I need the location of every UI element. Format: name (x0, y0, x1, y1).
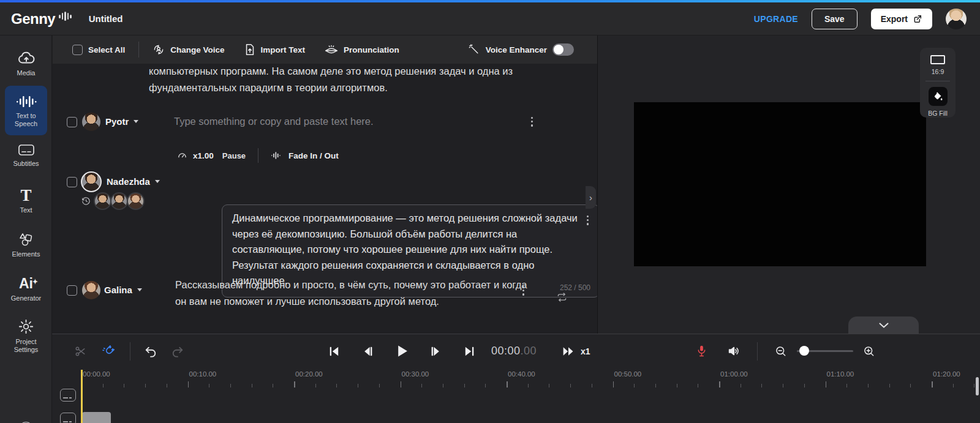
timeline-ruler[interactable]: 00:00.0000:10.0000:20.0000:30.0000:40.00… (52, 368, 980, 389)
voice-avatar-nadezhda[interactable] (82, 173, 100, 191)
pause-control[interactable]: Pause (222, 151, 246, 160)
timeline-scrollbar[interactable] (976, 377, 979, 395)
play-button[interactable] (396, 345, 409, 357)
sidebar-item-text-to-speech[interactable]: Text to Speech (5, 86, 47, 135)
magic-wand-icon (468, 43, 480, 56)
cut-icon[interactable] (74, 345, 86, 357)
change-voice-button[interactable]: Change Voice (153, 43, 224, 56)
pronunciation-button[interactable]: Pronunciation (325, 43, 399, 56)
playhead[interactable] (81, 370, 83, 423)
project-title[interactable]: Untitled (89, 13, 123, 24)
speaker-selector-galina[interactable]: Galina (104, 285, 142, 295)
sidebar-label: Subtitles (13, 160, 39, 168)
fast-forward-icon[interactable] (562, 346, 575, 356)
timeline-label-segment: 00:20.00 (294, 368, 401, 389)
zoom-out-icon[interactable] (775, 345, 787, 357)
change-voice-label: Change Voice (170, 45, 224, 54)
timeline-time-label: 00:10.00 (189, 370, 217, 378)
audio-track-icon[interactable] (60, 413, 76, 423)
select-all[interactable]: Select All (72, 45, 125, 55)
block-menu-galina[interactable] (521, 284, 526, 298)
panel-expand-tab[interactable]: › (586, 186, 596, 209)
regenerate-icon-galina[interactable] (556, 292, 597, 302)
left-sidebar: Media Text to Speech Subtitles T Text El… (0, 36, 52, 423)
export-button[interactable]: Export (871, 9, 932, 29)
app-logo: Genny (11, 10, 72, 28)
fade-control[interactable]: Fade In / Out (271, 151, 339, 160)
sidebar-label: Text to Speech (6, 112, 46, 128)
chevron-down-icon (879, 323, 889, 328)
import-text-button[interactable]: Import Text (244, 43, 306, 56)
waveform-icon (16, 94, 37, 109)
ai-icon: Ai✦ (19, 275, 33, 291)
char-counter: 252 / 500 (560, 283, 590, 292)
timeline-time-label: 01:20.00 (933, 370, 960, 378)
playback-speed-label[interactable]: x1 (581, 346, 590, 356)
save-button[interactable]: Save (812, 9, 858, 29)
block-checkbox-pyotr[interactable] (67, 117, 77, 127)
volume-icon[interactable] (727, 345, 740, 357)
voice-enhancer-toggle[interactable] (552, 43, 574, 56)
cloud-upload-icon (17, 50, 36, 66)
voice-avatar-pyotr[interactable] (82, 113, 100, 131)
block-checkbox-nadezhda[interactable] (67, 177, 77, 187)
undo-icon[interactable] (144, 345, 157, 357)
import-text-icon (244, 43, 255, 56)
block-menu-pyotr[interactable] (529, 115, 535, 129)
block-menu-nadezhda[interactable] (585, 214, 590, 227)
upgrade-link[interactable]: UPGRADE (754, 14, 798, 24)
timeline-label-segment: 00:00.00 (81, 368, 188, 389)
sidebar-item-subtitles[interactable]: Subtitles (5, 143, 47, 168)
record-mic-icon[interactable] (696, 345, 707, 357)
timeline-time-label: 00:40.00 (508, 370, 535, 378)
alt-voice-avatar-1[interactable] (95, 193, 110, 209)
alt-voice-avatar-3[interactable] (128, 193, 143, 209)
aspect-ratio-icon[interactable] (930, 55, 945, 64)
text-input-pyotr[interactable]: Type something or copy and paste text he… (174, 116, 517, 127)
timeline-time-label: 00:50.00 (614, 370, 642, 378)
sidebar-item-text[interactable]: T Text (5, 187, 47, 214)
select-all-checkbox[interactable] (72, 45, 83, 55)
subtitle-track-icon[interactable] (60, 389, 76, 402)
divider (258, 148, 258, 163)
shapes-icon (17, 231, 36, 247)
magnet-snap-icon[interactable] (102, 345, 115, 357)
sidebar-item-ai-generator[interactable]: Ai✦ Generator (5, 275, 47, 302)
sidebar-item-project-settings[interactable]: Project Settings (5, 318, 47, 354)
sidebar-item-media[interactable]: Media (5, 50, 47, 77)
video-canvas[interactable] (634, 102, 926, 266)
zoom-in-icon[interactable] (863, 345, 875, 357)
slider-knob[interactable] (799, 346, 809, 356)
skip-end-icon[interactable] (464, 346, 475, 357)
speed-control[interactable]: x1.00 (177, 151, 214, 161)
divider (757, 342, 758, 361)
next-frame-icon[interactable] (430, 346, 441, 357)
timeline-label-segment: 00:30.00 (401, 368, 507, 389)
timeline-clip[interactable] (82, 412, 111, 423)
text-input-galina[interactable]: Рассказываем подробно и просто, в чём су… (175, 277, 533, 310)
overflow-block-text[interactable]: компьютерных программ. На самом деле это… (149, 63, 516, 96)
divider (925, 81, 950, 81)
alt-voice-avatar-2[interactable] (111, 193, 127, 209)
chevron-down-icon (137, 288, 142, 291)
skip-start-icon[interactable] (328, 346, 339, 357)
aspect-ratio-label: 16:9 (932, 68, 944, 75)
prev-frame-icon[interactable] (363, 346, 374, 357)
redo-icon[interactable] (171, 345, 184, 357)
current-time: 00:00.00 (491, 345, 537, 357)
block-checkbox-galina[interactable] (67, 285, 77, 296)
speaker-selector-nadezhda[interactable]: Nadezhda (107, 176, 160, 187)
timeline-label-segment: 00:50.00 (613, 368, 720, 389)
sidebar-item-elements[interactable]: Elements (5, 231, 47, 258)
timeline-time-label: 00:20.00 (295, 370, 323, 378)
voice-avatar-galina[interactable] (82, 281, 100, 299)
tts-toolbar: Select All Change Voice Import Text Pron… (53, 36, 597, 64)
speed-value: x1.00 (193, 151, 214, 160)
timeline-zoom-slider[interactable] (797, 350, 853, 353)
speaker-selector-pyotr[interactable]: Pyotr (105, 116, 138, 127)
divider (130, 342, 130, 361)
timeline-collapse-tab[interactable] (848, 316, 919, 334)
bg-fill-button[interactable] (929, 87, 948, 106)
user-avatar[interactable] (946, 9, 967, 29)
timeline-label-segment: 01:10.00 (826, 368, 932, 389)
